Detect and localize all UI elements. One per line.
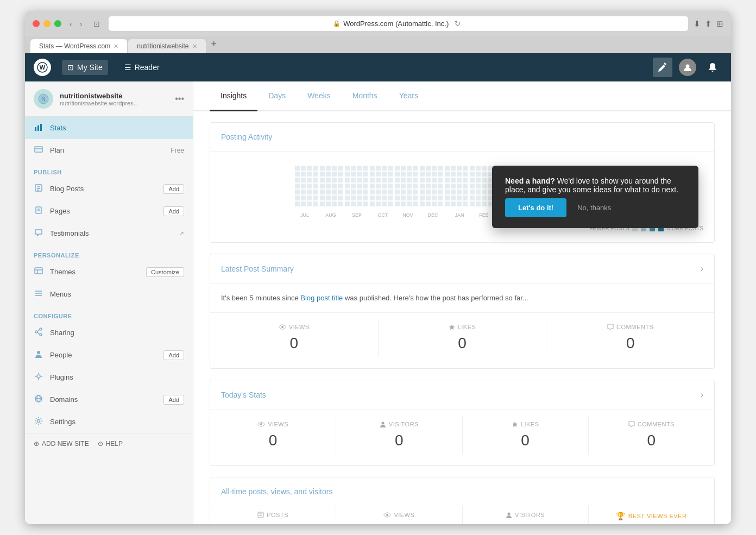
svg-text:FEB: FEB [479, 212, 489, 218]
svg-rect-225 [451, 166, 456, 171]
refresh-button[interactable]: ↻ [451, 18, 464, 29]
sidebar-item-menus[interactable]: Menus [25, 283, 193, 305]
reader-icon: ☰ [124, 63, 131, 72]
svg-rect-57 [301, 166, 306, 171]
svg-point-389 [508, 512, 511, 515]
back-button[interactable]: ‹ [67, 18, 75, 29]
svg-rect-121 [357, 172, 362, 177]
notifications-btn[interactable] [703, 58, 722, 77]
svg-rect-58 [301, 172, 306, 177]
add-new-site-button[interactable]: ⊕ ADD NEW SITE [34, 440, 89, 448]
sidebar-item-stats[interactable]: Stats [25, 117, 193, 139]
views-label: VIEWS [216, 324, 373, 330]
svg-rect-221 [445, 184, 450, 188]
post-summary-text: It's been 5 minutes since Blog post titl… [210, 284, 714, 312]
sidebar-item-testimonials[interactable]: Testimonials ↗ [25, 222, 193, 244]
svg-rect-149 [382, 172, 387, 177]
sidebar: N nutritionistwebsite nutritionistwebsit… [25, 81, 193, 524]
url-text: WordPress.com (Automattic, Inc.) [343, 20, 449, 28]
svg-rect-210 [432, 202, 437, 206]
domains-add-button[interactable]: Add [163, 395, 184, 405]
tab-stats-close[interactable]: ✕ [114, 43, 118, 50]
svg-rect-174 [401, 196, 406, 200]
post-link[interactable]: Blog post title [300, 294, 343, 302]
tooltip-primary-button[interactable]: Let's do it! [505, 198, 566, 217]
forward-button[interactable]: › [77, 18, 85, 29]
sidebar-item-sharing[interactable]: Sharing [25, 322, 193, 344]
svg-rect-80 [320, 178, 325, 182]
all-time-posts: POSTS [210, 506, 336, 525]
svg-rect-192 [420, 178, 425, 182]
sharing-icon [34, 328, 43, 338]
tooltip-secondary-button[interactable]: No, thanks [577, 204, 611, 212]
svg-rect-184 [413, 172, 418, 177]
tab-months[interactable]: Months [342, 81, 388, 111]
todays-likes: LIKES 0 [463, 416, 589, 455]
svg-rect-63 [301, 202, 306, 206]
sidebar-item-themes[interactable]: Themes Customize [25, 261, 193, 283]
sidebar-item-plugins[interactable]: Plugins [25, 366, 193, 388]
download-button[interactable]: ⬇ [694, 19, 701, 29]
themes-customize-button[interactable]: Customize [146, 267, 184, 277]
sidebar-item-pages[interactable]: Pages Add [25, 200, 193, 222]
svg-rect-159 [388, 190, 393, 194]
reader-nav[interactable]: ☰ Reader [119, 60, 165, 75]
reader-view-button[interactable]: ⊡ [90, 18, 103, 29]
tab-insights[interactable]: Insights [210, 81, 257, 111]
plan-icon [34, 145, 43, 155]
svg-rect-222 [445, 190, 450, 194]
sidebar-item-settings[interactable]: Settings [25, 411, 193, 433]
latest-post-chevron[interactable]: › [701, 264, 703, 274]
site-menu-button[interactable]: ••• [175, 94, 184, 104]
todays-stats-chevron[interactable]: › [701, 390, 703, 400]
people-add-button[interactable]: Add [163, 350, 184, 360]
svg-rect-52 [295, 178, 300, 182]
svg-rect-87 [326, 178, 331, 182]
trophy-icon: 🏆 [616, 512, 626, 520]
svg-point-24 [35, 331, 37, 333]
svg-point-383 [381, 421, 384, 424]
svg-rect-119 [351, 202, 356, 206]
svg-rect-266 [482, 202, 487, 206]
tab-nutritionist-close[interactable]: ✕ [192, 43, 197, 50]
svg-rect-168 [395, 202, 400, 206]
svg-rect-215 [438, 190, 443, 194]
new-window-button[interactable]: ⊞ [716, 19, 723, 29]
top-navigation: W ⊡ My Site ☰ Reader [25, 53, 731, 81]
new-tab-button[interactable]: + [207, 36, 222, 52]
todays-views-value: 0 [216, 432, 330, 449]
svg-rect-247 [470, 172, 475, 177]
svg-rect-257 [476, 190, 481, 194]
wordpress-logo[interactable]: W [34, 59, 51, 76]
pages-add-button[interactable]: Add [163, 206, 184, 216]
sidebar-item-people[interactable]: People Add [25, 344, 193, 366]
help-button[interactable]: ⊙ HELP [98, 440, 123, 448]
blog-posts-add-button[interactable]: Add [163, 184, 184, 194]
my-site-label: My Site [77, 63, 103, 72]
tab-weeks[interactable]: Weeks [297, 81, 342, 111]
user-avatar[interactable] [679, 59, 696, 76]
tab-years[interactable]: Years [388, 81, 429, 111]
svg-rect-90 [326, 196, 331, 200]
svg-rect-103 [338, 190, 343, 194]
svg-rect-217 [438, 202, 443, 206]
fullscreen-traffic-light[interactable] [54, 20, 61, 27]
svg-rect-106 [345, 166, 350, 171]
svg-rect-140 [370, 202, 375, 206]
tab-stats[interactable]: Stats — WordPress.com ✕ [30, 39, 127, 53]
sidebar-item-domains[interactable]: Domains Add [25, 388, 193, 411]
tab-days[interactable]: Days [257, 81, 297, 111]
close-traffic-light[interactable] [33, 20, 40, 27]
svg-rect-85 [326, 166, 331, 171]
help-label: HELP [106, 440, 123, 448]
edit-icon-btn[interactable] [653, 58, 672, 77]
share-button[interactable]: ⬆ [705, 19, 712, 29]
sidebar-item-plan[interactable]: Plan Free [25, 139, 193, 161]
tab-nutritionist[interactable]: nutritionistwebsite ✕ [128, 39, 205, 53]
sidebar-item-blog-posts[interactable]: Blog Posts Add [25, 178, 193, 200]
address-bar[interactable]: 🔒 WordPress.com (Automattic, Inc.) ↻ [109, 16, 688, 31]
my-site-nav[interactable]: ⊡ My Site [62, 60, 108, 75]
svg-rect-51 [295, 172, 300, 177]
minimize-traffic-light[interactable] [43, 20, 51, 27]
svg-rect-151 [382, 184, 387, 188]
